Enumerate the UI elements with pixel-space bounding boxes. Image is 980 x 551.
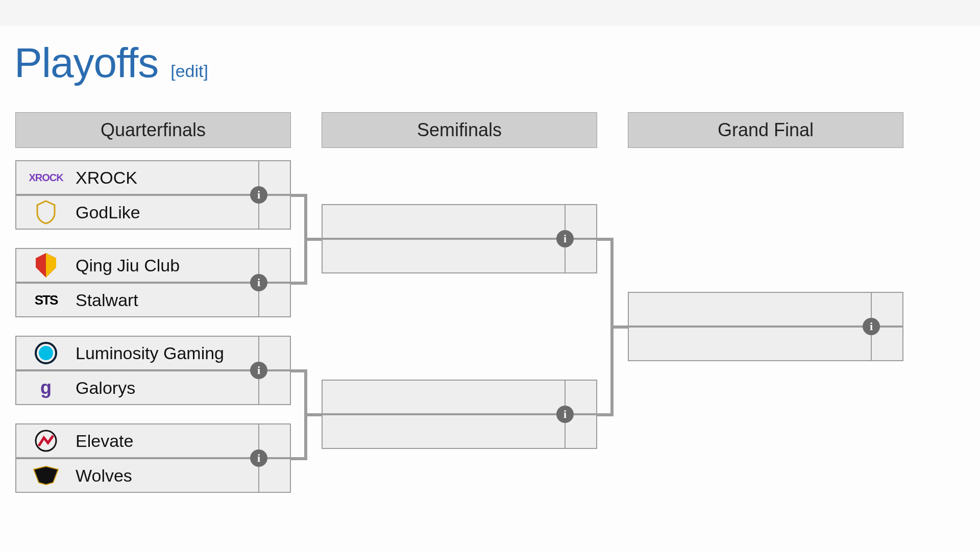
team-row-godlike[interactable]: GodLike xyxy=(16,196,290,229)
round-header-quarterfinals: Quarterfinals xyxy=(15,112,291,148)
team-name-xrock: XROCK xyxy=(76,168,137,188)
team-logo-stalwart-icon: STS xyxy=(16,284,76,316)
team-row-gf-top[interactable] xyxy=(629,293,902,328)
match-qf3: Luminosity Gaming g Galorys xyxy=(15,336,291,405)
match-qf2: Qing Jiu Club STS Stalwart xyxy=(15,248,291,317)
match-sf1 xyxy=(322,204,597,273)
team-row-xrock[interactable]: XROCK XROCK xyxy=(16,161,290,196)
team-name-galorys: Galorys xyxy=(76,378,135,398)
info-icon[interactable]: i xyxy=(250,274,267,291)
info-icon[interactable]: i xyxy=(863,318,880,335)
team-name-luminosity: Luminosity Gaming xyxy=(76,343,224,363)
bracket: Quarterfinals Semifinals Grand Final XRO… xyxy=(15,112,903,510)
info-icon[interactable]: i xyxy=(556,406,574,423)
team-row-qingjiu[interactable]: Qing Jiu Club xyxy=(16,249,290,284)
team-row-sf1-top[interactable] xyxy=(323,205,596,240)
team-logo-elevate-icon xyxy=(16,424,76,457)
team-logo-luminosity-icon xyxy=(16,337,76,369)
info-icon[interactable]: i xyxy=(250,449,267,467)
team-row-luminosity[interactable]: Luminosity Gaming xyxy=(16,337,290,371)
match-sf2 xyxy=(322,380,597,449)
team-name-stalwart: Stalwart xyxy=(76,290,138,310)
top-bar xyxy=(0,0,980,26)
team-logo-xrock-icon: XROCK xyxy=(16,161,76,194)
team-row-galorys[interactable]: g Galorys xyxy=(16,371,290,404)
team-row-sf2-top[interactable] xyxy=(323,381,596,415)
team-row-wolves[interactable]: Wolves xyxy=(16,459,290,492)
info-icon[interactable]: i xyxy=(250,362,267,379)
info-icon[interactable]: i xyxy=(250,186,267,204)
match-gf1 xyxy=(628,292,903,361)
match-qf4: Elevate Wolves xyxy=(15,423,291,493)
team-row-gf-bottom[interactable] xyxy=(629,328,902,360)
team-row-elevate[interactable]: Elevate xyxy=(16,424,290,459)
team-logo-wolves-icon xyxy=(16,459,76,492)
team-logo-galorys-icon: g xyxy=(16,371,76,404)
team-name-godlike: GodLike xyxy=(76,203,140,222)
round-header-grandfinal: Grand Final xyxy=(628,112,903,148)
page-title: Playoffs xyxy=(14,39,158,87)
team-name-wolves: Wolves xyxy=(76,466,132,486)
round-header-semifinals: Semifinals xyxy=(322,112,597,148)
match-qf1: XROCK XROCK GodLike xyxy=(15,160,291,230)
page-heading: Playoffs [edit] xyxy=(0,26,980,87)
team-row-sf2-bottom[interactable] xyxy=(323,415,596,448)
info-icon[interactable]: i xyxy=(556,230,574,247)
team-logo-godlike-icon xyxy=(16,196,76,229)
team-name-qingjiu: Qing Jiu Club xyxy=(76,256,180,276)
team-row-stalwart[interactable]: STS Stalwart xyxy=(16,284,290,316)
team-name-elevate: Elevate xyxy=(76,431,133,451)
edit-link[interactable]: [edit] xyxy=(170,61,208,81)
team-logo-qingjiu-icon xyxy=(16,249,76,282)
team-row-sf1-bottom[interactable] xyxy=(323,240,596,272)
svg-point-1 xyxy=(39,346,53,360)
